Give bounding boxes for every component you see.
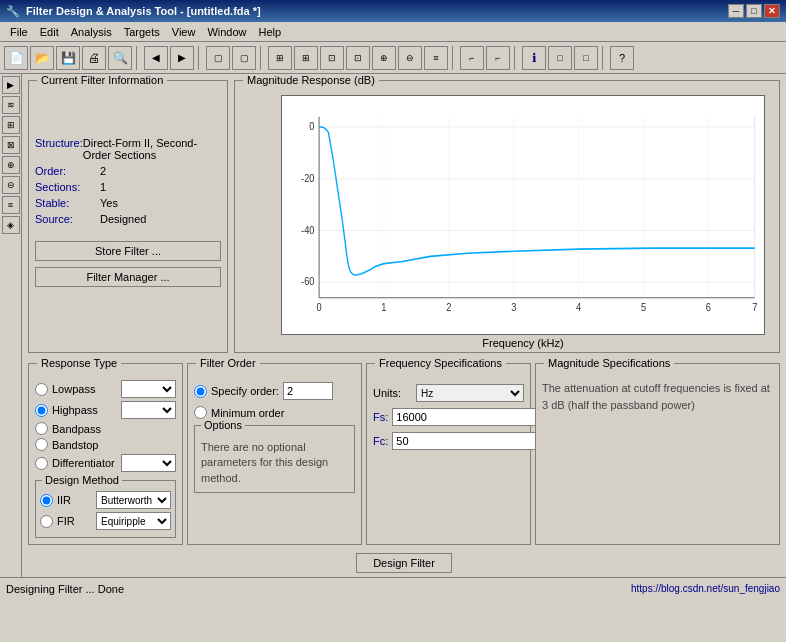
- menu-edit[interactable]: Edit: [34, 24, 65, 40]
- tb-tool4[interactable]: ⊞: [294, 46, 318, 70]
- fc-input[interactable]: [392, 432, 538, 450]
- maximize-button[interactable]: □: [746, 4, 762, 18]
- differentiator-row: Differentiator: [35, 454, 176, 472]
- toolbar-separator-5: [514, 46, 518, 70]
- iir-label: IIR: [57, 494, 92, 506]
- structure-value: Direct-Form II, Second-Order Sections: [83, 137, 221, 161]
- structure-label: Structure:: [35, 137, 83, 161]
- tb-forward[interactable]: ▶: [170, 46, 194, 70]
- store-filter-button[interactable]: Store Filter ...: [35, 241, 221, 261]
- status-text: Designing Filter ... Done: [6, 583, 124, 595]
- menu-view[interactable]: View: [166, 24, 202, 40]
- toolbar-separator-4: [452, 46, 456, 70]
- minimize-button[interactable]: ─: [728, 4, 744, 18]
- lowpass-radio[interactable]: [35, 383, 48, 396]
- fc-label: Fc:: [373, 435, 388, 447]
- menu-file[interactable]: File: [4, 24, 34, 40]
- iir-row: IIR Butterworth Chebyshev I Chebyshev II…: [40, 491, 171, 509]
- menu-targets[interactable]: Targets: [118, 24, 166, 40]
- fir-select[interactable]: Equiripple Least-Squares Window: [96, 512, 171, 530]
- freq-spec-panel: Frequency Specifications Units: Hz kHz M…: [366, 363, 531, 545]
- design-filter-button[interactable]: Design Filter: [356, 553, 452, 573]
- highpass-row: Highpass: [35, 401, 176, 419]
- tb-tool3[interactable]: ⊞: [268, 46, 292, 70]
- left-tb-btn-3[interactable]: ⊞: [2, 116, 20, 134]
- left-tb-btn-7[interactable]: ≡: [2, 196, 20, 214]
- options-title: Options: [201, 419, 245, 431]
- tb-back[interactable]: ◀: [144, 46, 168, 70]
- tb-open[interactable]: 📂: [30, 46, 54, 70]
- order-value-input[interactable]: [283, 382, 333, 400]
- tb-tool6[interactable]: ⊡: [346, 46, 370, 70]
- differentiator-select[interactable]: [121, 454, 176, 472]
- close-button[interactable]: ✕: [764, 4, 780, 18]
- options-text: There are no optional parameters for thi…: [201, 440, 348, 486]
- tb-tool11[interactable]: ⌐: [486, 46, 510, 70]
- bandstop-radio[interactable]: [35, 438, 48, 451]
- stable-row: Stable: Yes: [35, 197, 221, 209]
- svg-text:7: 7: [752, 302, 757, 314]
- chart-wrapper: Magnitude (dB): [281, 95, 765, 349]
- freq-spec-title: Frequency Specifications: [375, 357, 506, 369]
- sections-value: 1: [100, 181, 106, 193]
- top-section: Current Filter Information Structure: Di…: [22, 74, 786, 359]
- specify-order-label: Specify order:: [211, 385, 279, 397]
- menu-window[interactable]: Window: [201, 24, 252, 40]
- lowpass-select[interactable]: [121, 380, 176, 398]
- svg-text:0: 0: [309, 121, 315, 133]
- window-title: Filter Design & Analysis Tool - [untitle…: [26, 5, 728, 17]
- tb-info[interactable]: ℹ: [522, 46, 546, 70]
- svg-text:-20: -20: [301, 172, 315, 184]
- tb-save[interactable]: 💾: [56, 46, 80, 70]
- tb-tool10[interactable]: ⌐: [460, 46, 484, 70]
- chart-area: 0 -20 -40 -60 0 1 2 3 4 5 6 7: [281, 95, 765, 335]
- specify-order-radio[interactable]: [194, 385, 207, 398]
- highpass-select[interactable]: [121, 401, 176, 419]
- iir-select[interactable]: Butterworth Chebyshev I Chebyshev II Ell…: [96, 491, 171, 509]
- left-tb-btn-4[interactable]: ⊠: [2, 136, 20, 154]
- tb-tool9[interactable]: ≡: [424, 46, 448, 70]
- tb-zoom[interactable]: 🔍: [108, 46, 132, 70]
- filter-manager-button[interactable]: Filter Manager ...: [35, 267, 221, 287]
- main-area: Current Filter Information Structure: Di…: [22, 74, 786, 577]
- left-tb-btn-1[interactable]: ▶: [2, 76, 20, 94]
- bandpass-label: Bandpass: [52, 423, 176, 435]
- tb-tool12[interactable]: □: [548, 46, 572, 70]
- iir-radio[interactable]: [40, 494, 53, 507]
- tb-tool7[interactable]: ⊕: [372, 46, 396, 70]
- status-link[interactable]: https://blog.csdn.net/sun_fengjiao: [631, 583, 780, 594]
- bottom-section: Response Type Lowpass Highpass Ban: [22, 359, 786, 549]
- design-method-panel: Design Method IIR Butterworth Chebyshev …: [35, 480, 176, 538]
- lowpass-label: Lowpass: [52, 383, 117, 395]
- tb-tool2[interactable]: ▢: [232, 46, 256, 70]
- svg-text:5: 5: [641, 302, 647, 314]
- minimum-order-radio[interactable]: [194, 406, 207, 419]
- response-type-panel: Response Type Lowpass Highpass Ban: [28, 363, 183, 545]
- options-panel: Options There are no optional parameters…: [194, 425, 355, 493]
- magnitude-panel: Magnitude Response (dB) Magnitude (dB): [234, 80, 780, 353]
- differentiator-label: Differentiator: [52, 457, 117, 469]
- tb-tool1[interactable]: ▢: [206, 46, 230, 70]
- filter-info-table: Structure: Direct-Form II, Second-Order …: [35, 137, 221, 225]
- tb-tool13[interactable]: □: [574, 46, 598, 70]
- fs-input[interactable]: [392, 408, 538, 426]
- units-select[interactable]: Hz kHz MHz Normalized (0 to 1): [416, 384, 524, 402]
- filter-info-panel: Current Filter Information Structure: Di…: [28, 80, 228, 353]
- bandpass-radio[interactable]: [35, 422, 48, 435]
- menu-help[interactable]: Help: [253, 24, 288, 40]
- tb-tool5[interactable]: ⊡: [320, 46, 344, 70]
- fir-radio[interactable]: [40, 515, 53, 528]
- order-value: 2: [100, 165, 106, 177]
- menu-analysis[interactable]: Analysis: [65, 24, 118, 40]
- highpass-radio[interactable]: [35, 404, 48, 417]
- differentiator-radio[interactable]: [35, 457, 48, 470]
- tb-tool8[interactable]: ⊖: [398, 46, 422, 70]
- left-tb-btn-6[interactable]: ⊖: [2, 176, 20, 194]
- tb-new[interactable]: 📄: [4, 46, 28, 70]
- tb-help[interactable]: ?: [610, 46, 634, 70]
- menu-bar: File Edit Analysis Targets View Window H…: [0, 22, 786, 42]
- left-tb-btn-5[interactable]: ⊕: [2, 156, 20, 174]
- left-tb-btn-2[interactable]: ≋: [2, 96, 20, 114]
- left-tb-btn-8[interactable]: ◈: [2, 216, 20, 234]
- tb-print[interactable]: 🖨: [82, 46, 106, 70]
